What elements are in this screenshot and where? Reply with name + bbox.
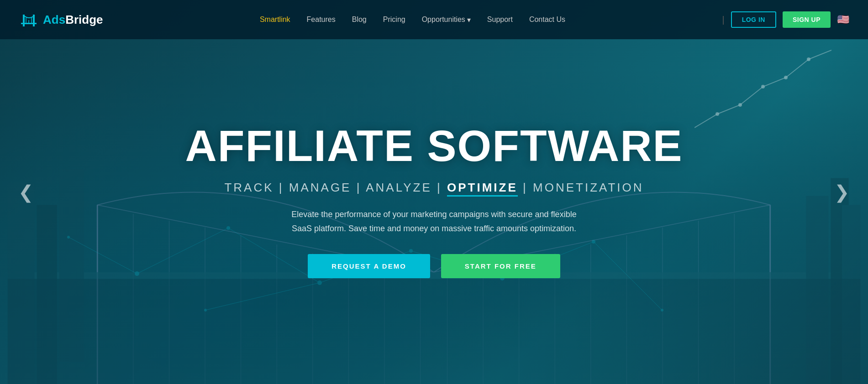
svg-rect-50 <box>18 9 39 30</box>
hero-subtitle: TRACK | MANAGE | ANALYZE | OPTIMIZE | MO… <box>185 181 683 195</box>
nav-contact[interactable]: Contact Us <box>529 16 565 24</box>
subtitle-monetization: MONETIZATION <box>533 181 644 194</box>
language-flag[interactable]: 🇺🇸 <box>837 13 850 26</box>
nav-pricing[interactable]: Pricing <box>383 16 405 24</box>
logo-text: AdsBridge <box>43 13 103 27</box>
subtitle-analyze: ANALYZE <box>366 181 432 194</box>
chevron-down-icon: ▾ <box>467 16 471 24</box>
subtitle-sep4: | <box>523 181 533 194</box>
nav-smartlink[interactable]: Smartlink <box>260 16 290 24</box>
subtitle-manage: MANAGE <box>289 181 352 194</box>
svg-rect-53 <box>21 23 37 24</box>
subtitle-sep1: | <box>279 181 289 194</box>
svg-point-47 <box>761 85 765 88</box>
hero-buttons: REQUEST A DEMO START FOR FREE <box>185 254 683 278</box>
carousel-next-button[interactable]: ❯ <box>830 177 854 207</box>
svg-line-43 <box>205 283 320 310</box>
subtitle-sep2: | <box>357 181 366 194</box>
nav-support[interactable]: Support <box>487 16 513 24</box>
svg-point-49 <box>807 57 810 61</box>
request-demo-button[interactable]: REQUEST A DEMO <box>308 254 430 278</box>
start-free-button[interactable]: START FOR FREE <box>441 254 560 278</box>
subtitle-sep3: | <box>437 181 447 194</box>
signup-button[interactable]: SIGN UP <box>783 11 831 28</box>
logo[interactable]: AdsBridge <box>18 9 103 30</box>
svg-line-42 <box>68 237 137 274</box>
nav-opportunities[interactable]: Opportunities ▾ <box>422 16 471 24</box>
subtitle-optimize: OPTIMIZE <box>447 181 518 197</box>
login-button[interactable]: LOG IN <box>731 11 776 28</box>
nav-features[interactable]: Features <box>307 16 336 24</box>
svg-point-45 <box>715 112 719 116</box>
chart-line <box>694 46 831 137</box>
carousel-prev-button[interactable]: ❮ <box>14 177 38 207</box>
nav-links: Smartlink Features Blog Pricing Opportun… <box>260 16 565 24</box>
navbar: AdsBridge Smartlink Features Blog Pricin… <box>0 0 868 39</box>
svg-point-46 <box>738 103 742 107</box>
logo-icon <box>18 9 39 30</box>
hero-content: AFFILIATE SOFTWARE TRACK | MANAGE | ANAL… <box>167 124 701 278</box>
hero-title: AFFILIATE SOFTWARE <box>185 124 683 168</box>
nav-divider: | <box>722 15 724 25</box>
hero-section: AdsBridge Smartlink Features Blog Pricin… <box>0 0 868 384</box>
nav-right: | LOG IN SIGN UP 🇺🇸 <box>722 11 850 28</box>
svg-point-48 <box>784 76 788 79</box>
subtitle-track: TRACK <box>224 181 274 194</box>
hero-description: Elevate the performance of your marketin… <box>274 208 594 235</box>
nav-blog[interactable]: Blog <box>352 16 367 24</box>
